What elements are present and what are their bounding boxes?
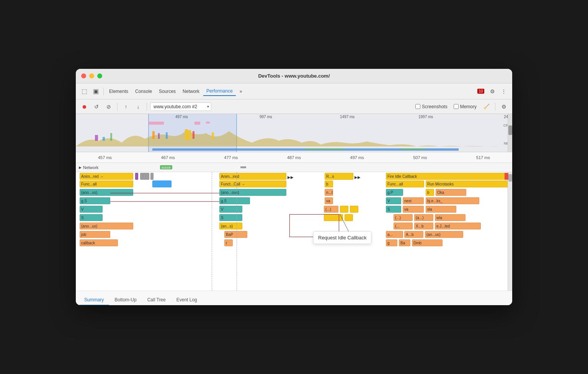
- more-icon[interactable]: ⋮: [498, 86, 509, 97]
- flame-gray-4[interactable]: [145, 173, 149, 180]
- timeline-scrollbar[interactable]: [508, 114, 512, 152]
- minimize-button[interactable]: [89, 73, 94, 78]
- flame-xb[interactable]: X...b: [414, 223, 433, 229]
- flame-va-1[interactable]: va: [325, 197, 333, 204]
- upload-icon[interactable]: ↑: [121, 101, 131, 112]
- flame-func-2[interactable]: Func...all: [386, 180, 424, 187]
- bottom-tabs: Summary Bottom-Up Call Tree Event Log: [76, 291, 512, 305]
- flame-a-paren[interactable]: (a...): [414, 214, 433, 221]
- arrow-1: ▶▶: [287, 175, 294, 179]
- flame-blue-1[interactable]: [152, 180, 172, 187]
- error-badge: 10: [477, 89, 484, 94]
- flame-s-left[interactable]: S: [80, 214, 103, 221]
- close-button[interactable]: [81, 73, 86, 78]
- download-icon[interactable]: ↓: [133, 101, 144, 112]
- flame-yellow-small[interactable]: [340, 206, 348, 213]
- flame-wla[interactable]: wla: [435, 214, 466, 221]
- flame-scrollbar[interactable]: [508, 172, 512, 291]
- error-icon[interactable]: 10: [475, 86, 486, 97]
- tab-event-log[interactable]: Event Log: [171, 295, 203, 305]
- ruler-mark-497: 497 ms: [175, 115, 188, 119]
- flame-v-mid[interactable]: V: [219, 206, 242, 213]
- flame-r[interactable]: r: [224, 239, 233, 246]
- tab-sources[interactable]: Sources: [156, 87, 179, 96]
- flame-run-microtasks[interactable]: Run Microtasks: [426, 180, 512, 187]
- flame-ans[interactable]: (an...s): [219, 223, 242, 229]
- flame-gs-2[interactable]: g.S: [219, 197, 250, 204]
- tab-summary[interactable]: Summary: [79, 295, 109, 305]
- flame-scrollbar-thumb[interactable]: [508, 174, 512, 182]
- flame-anus[interactable]: (an...us): [425, 231, 463, 238]
- flame-g[interactable]: g: [386, 239, 397, 246]
- timeline-scrollbar-thumb[interactable]: [508, 125, 512, 135]
- tab-call-tree[interactable]: Call Tree: [142, 295, 171, 305]
- settings2-icon[interactable]: ⚙: [498, 101, 509, 112]
- flame-sla[interactable]: sla: [426, 206, 456, 213]
- flame-ano-1[interactable]: (ano...us): [80, 189, 133, 196]
- flame-bj[interactable]: bj.e...ks_: [426, 197, 479, 204]
- reload-record-icon[interactable]: ↺: [91, 101, 102, 112]
- flame-next[interactable]: next: [403, 197, 424, 204]
- flame-v-left[interactable]: V: [80, 206, 103, 213]
- tab-bottom-up[interactable]: Bottom-Up: [109, 295, 142, 305]
- flame-funct-call[interactable]: Funct...Call →: [219, 180, 286, 187]
- flame-gs-1[interactable]: g.S: [80, 197, 110, 204]
- flame-func-1[interactable]: Func...all: [80, 180, 133, 187]
- flame-ab[interactable]: A...b: [404, 231, 423, 238]
- settings-icon[interactable]: ⚙: [487, 86, 498, 97]
- brush-icon[interactable]: 🧹: [481, 101, 492, 112]
- timeline-overview[interactable]: 497 ms 997 ms 1497 ms 1997 ms 249 CPU NE…: [76, 114, 512, 152]
- memory-label[interactable]: Memory: [454, 104, 477, 109]
- tab-performance[interactable]: Performance: [203, 87, 236, 96]
- flame-b-2[interactable]: b: [426, 189, 434, 196]
- flame-a-dot[interactable]: a...: [386, 231, 403, 238]
- flame-ba[interactable]: Ba: [399, 239, 410, 246]
- ruler-marks: 457 ms 467 ms 477 ms 487 ms 497 ms 507 m…: [79, 155, 509, 160]
- flame-bap[interactable]: BaP: [224, 231, 247, 238]
- flame-ano-2[interactable]: (ano...ous): [219, 189, 286, 196]
- record-icon[interactable]: ⏺: [79, 101, 90, 112]
- url-selector-wrap: www.youtube.com #2 ▾: [150, 102, 211, 111]
- arrow-2: ▶▶: [354, 175, 361, 179]
- flame-b-1[interactable]: b: [325, 180, 333, 187]
- tab-elements[interactable]: Elements: [106, 87, 131, 96]
- flame-anim-red-1[interactable]: Anim...red →: [80, 173, 133, 180]
- sep2: [117, 103, 118, 111]
- maximize-button[interactable]: [97, 73, 102, 78]
- tab-network[interactable]: Network: [180, 87, 203, 96]
- flame-anim-red-2[interactable]: Anim...ired: [219, 173, 286, 180]
- device-icon[interactable]: ▣: [90, 86, 101, 97]
- flame-purple-1[interactable]: [135, 173, 138, 180]
- flame-rs[interactable]: R...s: [325, 173, 353, 180]
- flame-job[interactable]: job: [80, 231, 110, 238]
- flame-paren-2[interactable]: (...): [394, 214, 413, 221]
- flame-oka[interactable]: Oka: [436, 189, 466, 196]
- flame-v-1[interactable]: V: [386, 197, 401, 204]
- memory-checkbox[interactable]: [454, 104, 459, 109]
- flame-ano-3[interactable]: (ano...us): [80, 223, 133, 229]
- flame-yellow-small2[interactable]: [350, 206, 358, 213]
- flame-s-mid[interactable]: S: [219, 214, 242, 221]
- flame-yellow-block2[interactable]: [345, 214, 353, 221]
- flame-gp[interactable]: g.P: [386, 189, 403, 196]
- flame-dot-dot[interactable]: (...: [394, 223, 413, 229]
- flame-ejled[interactable]: e.J...led: [435, 223, 481, 229]
- flame-dmb[interactable]: Dmb: [412, 239, 443, 246]
- flame-callback[interactable]: callback: [80, 239, 118, 246]
- inspect-icon[interactable]: ⬚: [79, 86, 90, 97]
- flame-paren-1[interactable]: (...): [324, 206, 338, 213]
- flame-nt[interactable]: n...t: [325, 189, 333, 196]
- svg-rect-4: [149, 122, 164, 125]
- url-selector[interactable]: www.youtube.com #2: [150, 102, 211, 111]
- flame-fire-idle[interactable]: Fire Idle Callback: [386, 173, 512, 180]
- tab-console[interactable]: Console: [132, 87, 155, 96]
- flame-gray-5[interactable]: [150, 173, 154, 180]
- flame-va-2[interactable]: va: [403, 206, 424, 213]
- screenshots-label[interactable]: Screenshots: [415, 104, 448, 109]
- tab-more[interactable]: »: [237, 87, 245, 96]
- flame-s-right[interactable]: S: [386, 206, 401, 213]
- screenshots-checkbox[interactable]: [415, 104, 420, 109]
- svg-rect-8: [103, 137, 105, 141]
- flame-chart[interactable]: Anim...red → Anim...ired ▶▶ R...s ▶▶ Fir…: [76, 172, 512, 291]
- clear-icon[interactable]: ⊘: [103, 101, 114, 112]
